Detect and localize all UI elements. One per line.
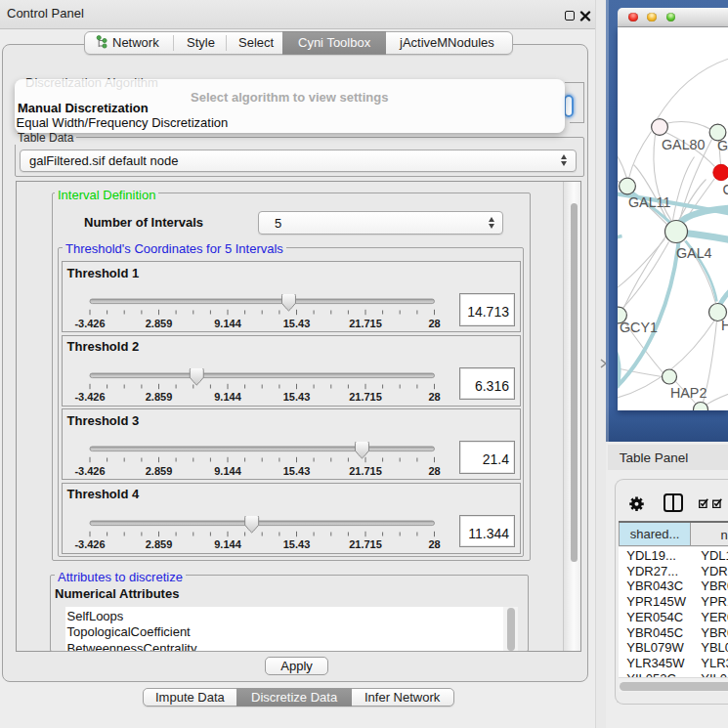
- svg-text:HAP2: HAP2: [670, 384, 707, 400]
- svg-text:GCY1: GCY1: [620, 319, 658, 334]
- svg-text:GAL80: GAL80: [662, 136, 706, 151]
- svg-text:GAL11: GAL11: [628, 194, 670, 210]
- svg-text:GAL4: GAL4: [676, 244, 712, 260]
- svg-text:HA: HA: [721, 317, 728, 332]
- svg-text:GA: GA: [717, 138, 728, 153]
- svg-text:CA: CA: [722, 181, 728, 196]
